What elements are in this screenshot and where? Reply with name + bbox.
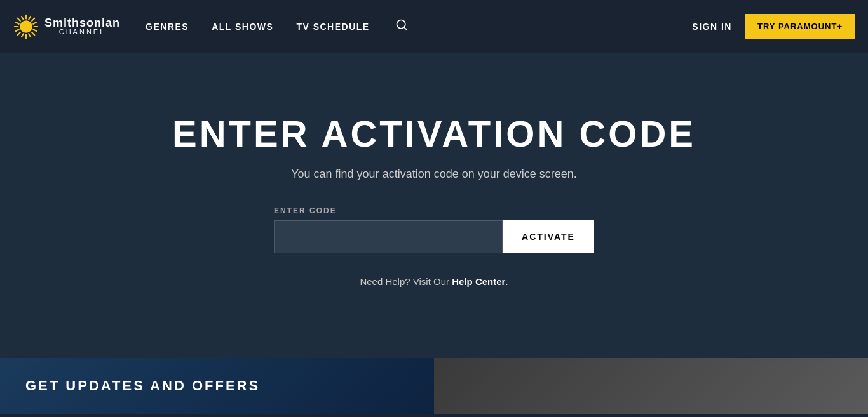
svg-line-15 [22, 16, 24, 19]
search-button[interactable] [393, 16, 410, 37]
footer-left: GET UPDATES AND OFFERS [0, 358, 434, 414]
activation-code-input[interactable] [274, 220, 503, 253]
svg-point-0 [20, 20, 32, 33]
help-center-link[interactable]: Help Center [452, 276, 505, 287]
logo-text: Smithsonian CHANNEL [44, 17, 120, 36]
main-nav: GENRES ALL SHOWS TV SCHEDULE [146, 16, 692, 37]
nav-tv-schedule[interactable]: TV SCHEDULE [296, 22, 369, 32]
get-updates-title: GET UPDATES AND OFFERS [25, 378, 260, 394]
svg-line-6 [32, 32, 34, 35]
svg-line-11 [29, 16, 31, 19]
svg-line-9 [16, 22, 19, 24]
header-actions: SIGN IN TRY PARAMOUNT+ [692, 14, 855, 39]
svg-line-10 [33, 29, 36, 31]
svg-line-18 [404, 27, 407, 30]
footer-section: GET UPDATES AND OFFERS [0, 358, 868, 414]
logo-channel: CHANNEL [44, 29, 120, 36]
help-text-prefix: Need Help? Visit Our [360, 276, 452, 287]
activation-title: ENTER ACTIVATION CODE [172, 112, 696, 155]
sun-icon [13, 13, 39, 40]
logo[interactable]: Smithsonian CHANNEL [13, 13, 120, 40]
nav-genres[interactable]: GENRES [146, 22, 189, 32]
try-paramount-button[interactable]: TRY PARAMOUNT+ [745, 14, 855, 39]
help-text: Need Help? Visit Our Help Center. [360, 276, 508, 287]
activate-button[interactable]: ACTIVATE [503, 220, 594, 253]
svg-line-12 [22, 34, 24, 37]
svg-line-16 [29, 34, 31, 37]
search-icon [395, 18, 408, 31]
logo-smithsonian: Smithsonian [44, 17, 120, 29]
help-text-suffix: . [505, 276, 508, 287]
activation-form: ENTER CODE ACTIVATE [274, 206, 594, 253]
input-row: ACTIVATE [274, 220, 594, 253]
svg-line-13 [33, 22, 36, 24]
code-input-label: ENTER CODE [274, 206, 337, 215]
main-content: ENTER ACTIVATION CODE You can find your … [0, 53, 868, 358]
footer-right [434, 358, 868, 414]
svg-line-7 [32, 18, 34, 20]
svg-line-14 [16, 29, 19, 31]
nav-all-shows[interactable]: ALL SHOWS [212, 22, 273, 32]
site-header: Smithsonian CHANNEL GENRES ALL SHOWS TV … [0, 0, 868, 53]
svg-line-8 [18, 32, 20, 35]
svg-line-5 [18, 18, 20, 20]
activation-subtitle: You can find your activation code on you… [291, 168, 577, 181]
sign-in-button[interactable]: SIGN IN [692, 22, 732, 32]
